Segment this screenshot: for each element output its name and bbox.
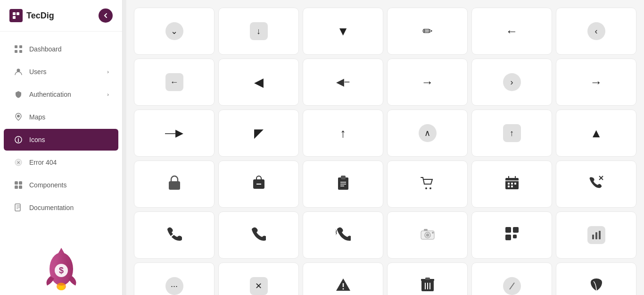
icon-card-pencil[interactable]: ✏ — [387, 8, 468, 55]
sidebar-item-maps[interactable]: Maps — [4, 106, 118, 128]
arrow-left-plain-icon: ← — [506, 24, 518, 39]
sidebar-item-error404[interactable]: ✕ Error 404 — [4, 152, 118, 173]
svg-rect-0 — [13, 12, 16, 15]
arrow-right-plain-icon: → — [421, 75, 434, 90]
phone-icon — [252, 227, 266, 244]
icon-card-arrow-left-rect[interactable]: ← — [134, 59, 215, 106]
icon-card-calendar[interactable] — [471, 160, 552, 208]
authentication-arrow: › — [107, 92, 109, 97]
phone-x-icon — [589, 175, 604, 194]
sidebar-item-icons[interactable]: i Icons — [4, 129, 118, 151]
icon-card-chevron-right-circle[interactable]: › — [471, 59, 552, 106]
icon-card-warning[interactable] — [303, 262, 383, 295]
icon-card-bag-minus[interactable] — [218, 160, 299, 208]
svg-text:✕: ✕ — [17, 160, 20, 165]
icon-card-phone[interactable] — [218, 211, 299, 259]
icon-card-phone-x[interactable] — [556, 160, 636, 208]
icon-card-x-rect[interactable]: ✕ — [218, 262, 299, 295]
sidebar-bottom: $ — [0, 238, 122, 295]
icon-card-arrow-right-play[interactable]: —▶ — [134, 110, 215, 157]
pencil-icon: ✏ — [422, 24, 433, 39]
icon-card-phone-slash[interactable] — [134, 211, 215, 259]
arrow-up-rect-icon: ↑ — [503, 124, 521, 142]
svg-rect-55 — [592, 235, 594, 239]
svg-rect-23 — [169, 181, 180, 190]
svg-point-8 — [17, 115, 20, 118]
icon-card-chevron-left-circle[interactable]: ‹ — [556, 8, 636, 55]
sidebar-item-error404-label: Error 404 — [29, 159, 57, 166]
icon-card-chevron-up-circle[interactable]: ∧ — [387, 110, 468, 157]
sidebar-item-documentation[interactable]: Documentation — [4, 197, 118, 219]
x-rect-icon: ✕ — [250, 277, 268, 295]
icon-card-leaf[interactable] — [556, 262, 636, 295]
svg-rect-15 — [15, 185, 18, 189]
svg-text:i: i — [17, 137, 19, 143]
icon-card-arrow-left-solid[interactable]: ◀ — [218, 59, 299, 106]
users-arrow: › — [107, 69, 109, 75]
svg-rect-3 — [15, 45, 17, 48]
icon-card-dots-circle[interactable]: ··· — [134, 262, 215, 295]
svg-text:$: $ — [58, 266, 63, 275]
icon-card-trash[interactable] — [387, 262, 468, 295]
icon-card-bar-chart-rect[interactable] — [556, 211, 636, 259]
phone-slash-icon — [167, 226, 182, 244]
icon-card-phone-vibrate[interactable] — [303, 211, 383, 259]
icon-card-chevron-down-circle[interactable]: ⌄ — [134, 8, 215, 55]
icon-card-lock[interactable] — [134, 160, 215, 208]
svg-rect-1 — [17, 12, 19, 15]
arrow-up-thin-icon: ↑ — [340, 126, 346, 141]
icon-card-clipboard[interactable] — [303, 160, 383, 208]
maps-icon — [13, 112, 24, 122]
lock-icon — [167, 175, 182, 194]
documentation-icon — [13, 202, 24, 213]
svg-rect-5 — [15, 50, 17, 53]
svg-point-32 — [429, 187, 431, 189]
icon-card-arrow-right-plain2[interactable]: → — [556, 59, 636, 106]
chevron-up-circle-icon: ∧ — [419, 124, 437, 142]
phone-vibrate-icon — [336, 227, 351, 244]
icon-card-slash-circle[interactable] — [471, 262, 552, 295]
icon-card-grid-app[interactable] — [471, 211, 552, 259]
icon-card-play-left[interactable]: ◀− — [303, 59, 383, 106]
icons-icon: i — [13, 135, 24, 145]
svg-rect-39 — [514, 183, 516, 185]
svg-rect-53 — [505, 235, 511, 240]
svg-rect-14 — [19, 181, 22, 185]
warning-icon — [336, 278, 351, 295]
slash-circle-icon — [503, 277, 521, 295]
svg-line-66 — [510, 283, 514, 289]
svg-rect-51 — [505, 227, 511, 233]
components-icon — [13, 180, 24, 190]
bag-minus-icon — [252, 175, 266, 194]
icon-card-cart[interactable] — [387, 160, 468, 208]
sidebar-item-components[interactable]: Components — [4, 174, 118, 196]
icon-card-arrow-left-plain[interactable]: ← — [471, 8, 552, 55]
sidebar-item-dashboard[interactable]: Dashboard — [4, 38, 118, 60]
svg-rect-2 — [13, 16, 16, 19]
arrow-left-solid-icon: ◀ — [254, 75, 264, 90]
trash-icon — [421, 277, 434, 295]
error404-icon: ✕ — [13, 157, 24, 168]
icon-card-triangle-down[interactable]: ▼ — [303, 8, 383, 55]
bar-chart-rect-icon — [587, 226, 605, 244]
sidebar-item-users[interactable]: Users › — [4, 61, 118, 83]
svg-rect-13 — [15, 181, 18, 185]
icon-card-triangle-up[interactable]: ▲ — [556, 110, 636, 157]
collapse-button[interactable] — [99, 8, 113, 23]
sidebar: TecDig Dashboard — [0, 0, 123, 295]
icon-card-arrow-right-plain[interactable]: → — [387, 59, 468, 106]
icon-card-arrow-up-left[interactable]: ◤ — [218, 110, 299, 157]
icon-card-arrow-down-rect[interactable]: ↓ — [218, 8, 299, 55]
svg-rect-41 — [511, 185, 513, 187]
icons-grid: ⌄ ↓ ▼ ✏ ← ‹ ← ◀ ◀− → › — [134, 8, 636, 295]
icon-card-arrow-up-rect[interactable]: ↑ — [471, 110, 552, 157]
icon-card-arrow-up-thin[interactable]: ↑ — [303, 110, 383, 157]
icon-card-camera-plus[interactable] — [387, 211, 468, 259]
svg-rect-37 — [508, 183, 510, 185]
sidebar-item-authentication-label: Authentication — [29, 91, 71, 98]
sidebar-item-authentication[interactable]: Authentication › — [4, 84, 118, 105]
sidebar-item-components-label: Components — [29, 181, 66, 189]
svg-rect-16 — [19, 185, 22, 189]
triangle-up-icon: ▲ — [590, 126, 603, 141]
svg-rect-27 — [341, 176, 346, 179]
